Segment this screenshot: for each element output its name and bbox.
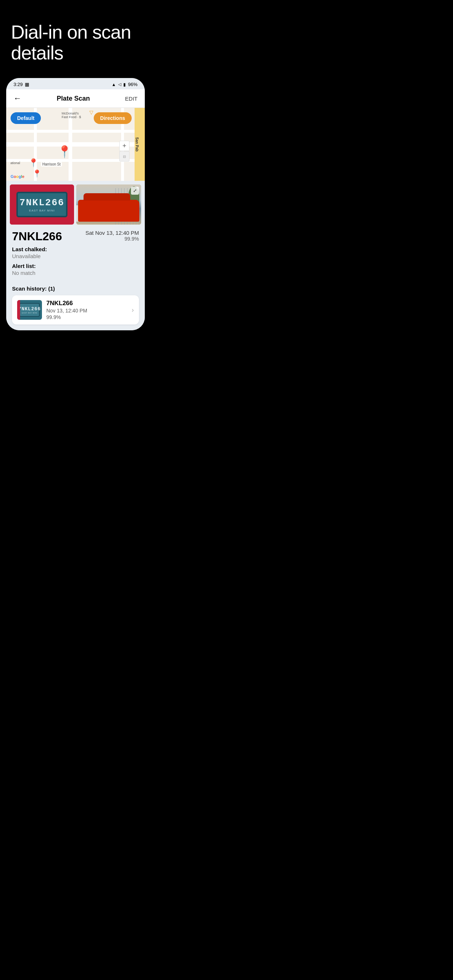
hero-section: Dial-in on scan details — [0, 0, 151, 78]
map-zoom-controls: + ⊟ — [119, 141, 129, 162]
scan-history-section: Scan history: (1) 7NKL266 EAST BAY MINI … — [6, 285, 145, 330]
default-button[interactable]: Default — [11, 112, 41, 124]
nav-bar: ← Plate Scan EDIT — [6, 89, 145, 108]
plate-left-decoration — [10, 185, 15, 224]
alert-list-row: Alert list: No match — [12, 263, 139, 276]
scan-date: Sat Nov 13, 12:40 PM — [85, 230, 139, 236]
map-zoom-in-button[interactable]: + — [119, 141, 129, 151]
alert-list-value: No match — [12, 270, 139, 276]
edit-button[interactable]: EDIT — [125, 95, 137, 102]
plate-dealer-name: EAST BAY MINI — [29, 209, 55, 212]
history-item[interactable]: 7NKL266 EAST BAY MINI 7NKL266 Nov 13, 12… — [12, 295, 139, 325]
plate-photo[interactable]: 7NKL266 EAST BAY MINI — [10, 185, 74, 224]
map-section[interactable]: San Pab McDonald's Fast Food · $ ▽ ation… — [6, 108, 145, 181]
main-car — [78, 200, 139, 222]
map-zoom-out-button[interactable]: ⊟ — [119, 151, 129, 162]
status-right: ▲ ◁ ▮ 96% — [112, 82, 137, 87]
history-chevron-icon[interactable]: › — [132, 306, 134, 314]
map-location-pin: 📍 — [29, 158, 38, 168]
calendar-icon: ▦ — [25, 82, 29, 87]
history-thumb: 7NKL266 EAST BAY MINI — [17, 300, 42, 320]
history-plate-inner: 7NKL266 EAST BAY MINI — [19, 303, 40, 317]
battery-percent: 96% — [128, 82, 137, 87]
status-time: 3:29 — [13, 82, 22, 87]
hero-title: Dial-in on scan details — [11, 22, 140, 64]
expand-button[interactable]: ⤢ — [131, 187, 139, 195]
alert-list-label: Alert list: — [12, 263, 139, 269]
plate-number-display: 7NKL266 — [19, 197, 64, 208]
map-national-label: ational — [10, 161, 20, 165]
map-poi-label: McDonald's Fast Food · $ — [62, 111, 81, 119]
last-chalked-value: Unavailable — [12, 253, 139, 259]
history-plate-number: 7NKL266 — [18, 306, 41, 312]
map-street-label: Harrison St — [41, 162, 62, 167]
history-datetime: Nov 13, 12:40 PM — [46, 308, 127, 313]
map-poi-icon: ▽ — [89, 110, 93, 115]
directions-button[interactable]: Directions — [94, 112, 132, 124]
map-road — [69, 108, 72, 181]
wifi-icon: ▲ — [112, 82, 116, 87]
history-plate-id: 7NKL266 — [46, 300, 127, 307]
last-chalked-row: Last chalked: Unavailable — [12, 246, 139, 259]
photos-section: 7NKL266 EAST BAY MINI ⤢ — [6, 181, 145, 227]
status-bar: 3:29 ▦ ▲ ◁ ▮ 96% — [6, 78, 145, 89]
map-yellow-road: San Pab — [135, 108, 145, 181]
map-destination-pin: 📍 — [57, 146, 72, 158]
history-info: 7NKL266 Nov 13, 12:40 PM 99.9% — [46, 300, 127, 320]
map-road — [6, 130, 145, 133]
history-plate-sub: EAST BAY MINI — [22, 312, 37, 314]
map-my-location: 📍 — [32, 169, 41, 178]
scan-info: Sat Nov 13, 12:40 PM 99.9% — [85, 230, 139, 242]
scan-history-label: Scan history: (1) — [12, 285, 139, 292]
plate-id-row: 7NKL266 Sat Nov 13, 12:40 PM 99.9% — [12, 230, 139, 243]
plate-display: 7NKL266 EAST BAY MINI — [16, 192, 67, 217]
history-thumb-bar — [17, 300, 20, 320]
map-road-label: San Pab — [135, 137, 139, 152]
last-chalked-label: Last chalked: — [12, 246, 139, 252]
history-confidence: 99.9% — [46, 314, 127, 320]
details-section: 7NKL266 Sat Nov 13, 12:40 PM 99.9% Last … — [6, 227, 145, 285]
car-photo[interactable]: ⤢ — [76, 185, 141, 224]
phone-frame: 3:29 ▦ ▲ ◁ ▮ 96% ← Plate Scan EDIT San P… — [6, 78, 145, 330]
status-left: 3:29 ▦ — [13, 82, 29, 87]
battery-icon: ▮ — [123, 82, 126, 87]
plate-id-text: 7NKL266 — [12, 230, 62, 243]
google-logo: Google — [11, 174, 24, 179]
page-title: Plate Scan — [57, 95, 90, 102]
signal-icon: ◁ — [118, 82, 121, 87]
back-button[interactable]: ← — [13, 94, 22, 103]
scan-confidence: 99.9% — [85, 236, 139, 242]
